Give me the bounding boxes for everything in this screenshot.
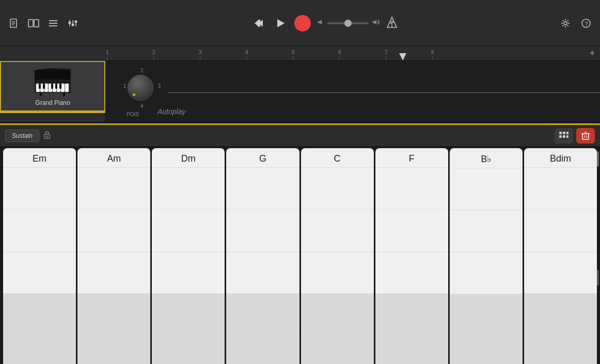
chord-label-bb: B♭: [450, 148, 523, 168]
chord-cell-em-4[interactable]: [3, 294, 76, 336]
volume-min-icon: [317, 19, 324, 27]
svg-marker-18: [277, 19, 285, 27]
rewind-button[interactable]: [251, 15, 266, 31]
chord-cell-g-2[interactable]: [226, 210, 299, 251]
chord-strip-bdim[interactable]: Bdim: [524, 148, 597, 364]
chord-cell-em-2[interactable]: [3, 210, 76, 251]
chord-cell-bdim-5[interactable]: [524, 336, 597, 364]
svg-rect-4: [28, 20, 33, 27]
chord-strip-c[interactable]: C: [301, 148, 374, 364]
chord-cell-f-5[interactable]: [375, 336, 448, 364]
track-area: Grand Piano 2 1 3 4 POIS Autoplay: [0, 61, 600, 122]
chord-cell-dm-3[interactable]: [152, 252, 225, 294]
chord-strip-em[interactable]: Em: [3, 148, 76, 364]
pois-label: POIS: [127, 112, 139, 117]
svg-rect-36: [61, 84, 65, 92]
volume-slider-thumb[interactable]: [344, 20, 352, 27]
mixer-button[interactable]: [65, 15, 81, 31]
play-button[interactable]: [273, 15, 288, 31]
chord-cell-bb-5[interactable]: [450, 336, 523, 364]
chord-cell-c-2[interactable]: [301, 210, 374, 251]
lock-icon[interactable]: [43, 131, 51, 140]
chord-cell-g-4[interactable]: [226, 294, 299, 336]
chord-strip-dm[interactable]: Dm: [152, 148, 225, 364]
chord-grid-button[interactable]: [555, 128, 573, 144]
chord-cell-f-3[interactable]: [375, 252, 448, 294]
sustain-button[interactable]: Sustain: [5, 130, 39, 142]
record-button[interactable]: [294, 15, 311, 31]
scrollbar-thumb-top[interactable]: [597, 151, 599, 167]
scrollbar-thumb-mid[interactable]: [597, 270, 599, 286]
chord-cell-am-4[interactable]: [77, 294, 150, 336]
chord-cell-c-3[interactable]: [301, 252, 374, 294]
chord-strips: Em Am Dm G C: [0, 146, 600, 364]
chord-cell-dm-5[interactable]: [152, 336, 225, 364]
chord-label-am: Am: [77, 148, 150, 168]
chord-cell-bb-2[interactable]: [450, 210, 523, 252]
chord-cell-em-5[interactable]: [3, 336, 76, 364]
knob-section: 2 1 3 4 POIS: [121, 69, 163, 110]
chord-strip-g[interactable]: G: [226, 148, 299, 364]
chord-cell-f-4[interactable]: [375, 294, 448, 336]
chord-cell-c-1[interactable]: [301, 168, 374, 210]
chord-cell-am-3[interactable]: [77, 252, 150, 294]
new-song-button[interactable]: [6, 15, 22, 31]
playhead[interactable]: [399, 53, 406, 60]
right-toolbar: ?: [558, 15, 594, 31]
chord-strip-bb[interactable]: B♭: [450, 148, 523, 364]
chord-cell-bdim-1[interactable]: [524, 168, 597, 210]
autoplay-knob[interactable]: [128, 75, 153, 101]
chord-strip-am[interactable]: Am: [77, 148, 150, 364]
svg-rect-38: [39, 84, 41, 89]
svg-rect-51: [563, 135, 565, 138]
chord-cell-g-1[interactable]: [226, 168, 299, 210]
chord-cell-em-3[interactable]: [3, 252, 76, 294]
instrument-thumbnail: [32, 66, 73, 97]
tracks-button[interactable]: [45, 15, 61, 31]
chord-cell-dm-1[interactable]: [152, 168, 225, 210]
chord-cell-bb-4[interactable]: [450, 294, 523, 336]
left-toolbar: [6, 15, 81, 31]
chord-cell-dm-4[interactable]: [152, 294, 225, 336]
bottom-toolbar: Sustain: [0, 123, 600, 146]
chord-cell-am-1[interactable]: [77, 168, 150, 210]
chord-cell-dm-2[interactable]: [152, 210, 225, 251]
volume-slider-track[interactable]: [327, 22, 369, 24]
transport-controls: [91, 15, 558, 31]
chord-cell-f-1[interactable]: [375, 168, 448, 210]
knob-dot: [133, 93, 135, 96]
svg-rect-47: [559, 132, 562, 134]
help-button[interactable]: ?: [578, 15, 594, 31]
add-track-button[interactable]: +: [589, 48, 595, 59]
chord-cell-c-5[interactable]: [301, 336, 374, 364]
chord-cell-g-5[interactable]: [226, 336, 299, 364]
knob-container[interactable]: 2 1 3 4 POIS: [121, 69, 163, 110]
ruler-tick-7: 7: [385, 50, 388, 60]
ruler-tick-1: 1: [106, 50, 109, 60]
chord-cell-am-2[interactable]: [77, 210, 150, 251]
knob-label-2: 2: [140, 68, 144, 73]
view-toggle-button[interactable]: [26, 15, 41, 31]
chord-strip-f[interactable]: F: [375, 148, 448, 364]
delete-button[interactable]: [576, 128, 595, 144]
chord-cell-bdim-3[interactable]: [524, 252, 597, 294]
svg-rect-37: [65, 84, 69, 92]
svg-rect-49: [566, 132, 569, 134]
svg-point-14: [75, 20, 77, 23]
settings-button[interactable]: [558, 15, 573, 31]
track-header[interactable]: Grand Piano: [0, 61, 105, 112]
chord-cell-bb-1[interactable]: [450, 168, 523, 210]
chord-cell-c-4[interactable]: [301, 294, 374, 336]
chord-cell-am-5[interactable]: [77, 336, 150, 364]
svg-rect-43: [40, 93, 42, 96]
metronome-icon[interactable]: [386, 16, 398, 30]
chord-cell-bdim-2[interactable]: [524, 210, 597, 251]
chord-cell-bb-3[interactable]: [450, 252, 523, 294]
chord-cell-g-3[interactable]: [226, 252, 299, 294]
bottom-right-icons: [555, 128, 595, 144]
chord-cell-f-2[interactable]: [375, 210, 448, 251]
chord-label-em: Em: [3, 148, 76, 168]
svg-point-12: [69, 21, 71, 24]
chord-cell-em-1[interactable]: [3, 168, 76, 210]
chord-cell-bdim-4[interactable]: [524, 294, 597, 336]
